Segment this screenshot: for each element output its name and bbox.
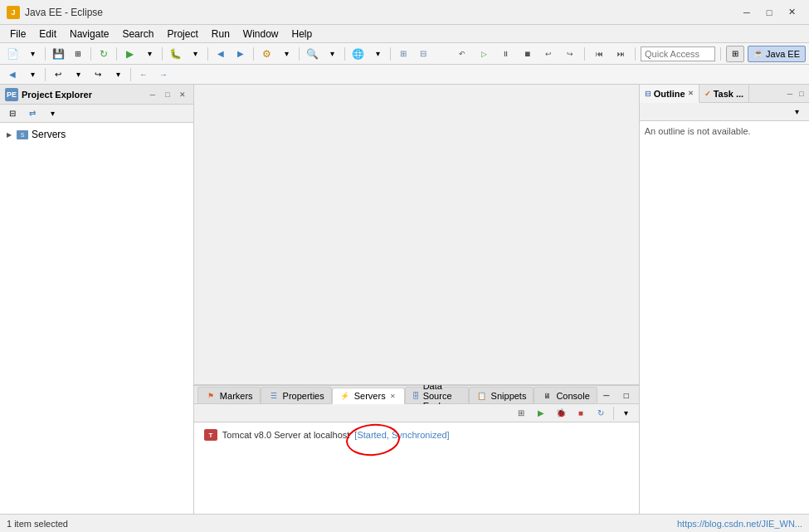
debug-ctrl-8[interactable]: ⏭ [612,46,630,62]
servers-view-menu[interactable]: ▾ [617,405,636,422]
right-panel-header: ⊟ Outline ✕ ✓ Task ... ─ □ [640,85,809,103]
project-explorer-panel: PE Project Explorer ─ □ ✕ ⊟ ⇄ ▾ ▶ S [0,85,194,514]
web-btn[interactable]: 🌐 [348,46,367,62]
tab-markers[interactable]: ⚑ Markers [197,387,261,403]
server-row-tomcat[interactable]: T Tomcat v8.0 Server at localhost [Start… [201,427,632,442]
tab-snippets[interactable]: 📋 Snippets [469,387,534,403]
project-explorer-min[interactable]: ─ [147,89,158,100]
project-explorer-toolbar: ⊟ ⇄ ▾ [0,105,193,123]
nav-fwd-btn[interactable]: → [154,66,173,83]
bottom-panel-max[interactable]: □ [617,387,636,403]
bottom-tab-bar-right: ─ □ [597,387,636,403]
servers-debug-btn[interactable]: 🐞 [552,405,570,422]
new-dropdown[interactable]: ▾ [23,46,41,62]
tab-servers-close[interactable]: ✕ [389,392,397,400]
menu-project[interactable]: Project [160,27,204,41]
tab-data-source[interactable]: 🗄 Data Source Explorer [405,387,469,403]
menu-navigate[interactable]: Navigate [63,27,115,41]
tomcat-icon: T [204,429,217,441]
debug-button[interactable]: 🐛 [166,46,184,62]
maximize-button[interactable]: □ [758,2,780,23]
web-dropdown[interactable]: ▾ [368,46,387,62]
debug-ctrl-2[interactable]: ▷ [475,46,493,62]
run-button[interactable]: ▶ [120,46,139,62]
bottom-panel: ⚑ Markers ☰ Properties ⚡ Servers ✕ 🗄 Dat… [194,385,639,514]
menu-edit[interactable]: Edit [32,27,63,41]
menu-run[interactable]: Run [205,27,236,41]
servers-new-btn[interactable]: ⊞ [512,405,530,422]
redo-btn[interactable]: ↪ [89,66,107,83]
tab-snippets-label: Snippets [491,391,527,401]
menu-window[interactable]: Window [236,27,285,41]
debug-ctrl-3[interactable]: ⏸ [496,46,514,62]
quick-access-input[interactable] [641,46,715,61]
close-button[interactable]: ✕ [781,2,802,23]
tree-arrow-servers: ▶ [5,130,13,139]
nav-back-btn[interactable]: ← [134,66,153,83]
debug-ctrl-7[interactable]: ⏮ [590,46,608,62]
servers-stop-btn[interactable]: ■ [572,405,590,422]
icon-2[interactable]: ⊟ [414,46,432,62]
bottom-tab-bar: ⚑ Markers ☰ Properties ⚡ Servers ✕ 🗄 Dat… [194,386,639,404]
menu-search[interactable]: Search [115,27,160,41]
toolbar-sep-right2 [635,47,636,61]
next-edit-button[interactable]: ▶ [231,46,250,62]
perspective-list-btn[interactable]: ⊞ [726,46,744,62]
tab-console[interactable]: 🖥 Console [534,387,597,403]
servers-start-btn[interactable]: ▶ [532,405,550,422]
project-explorer-close[interactable]: ✕ [177,89,188,100]
undo-btn[interactable]: ↩ [49,66,67,83]
tab-markers-label: Markers [220,391,253,401]
perspective-java-ee-btn[interactable]: ☕ Java EE [748,46,806,62]
new-button[interactable]: 📄 [3,46,22,62]
prev-edit-button[interactable]: ◀ [212,46,230,62]
debug-ctrl-6[interactable]: ↪ [561,46,579,62]
icon-1[interactable]: ⊞ [394,46,412,62]
tab-outline[interactable]: ⊟ Outline ✕ [640,85,699,103]
project-explorer-max[interactable]: □ [162,89,173,100]
debug-dropdown[interactable]: ▾ [186,46,204,62]
right-panel-max[interactable]: □ [796,88,807,100]
search-dropdown[interactable]: ▾ [323,46,341,62]
outline-content: An outline is not available. [640,121,809,514]
servers-publish-btn[interactable]: ↻ [592,405,610,422]
search-btn[interactable]: 🔍 [303,46,321,62]
undo-dropdown[interactable]: ▾ [69,66,87,83]
project-explorer-icon: PE [5,88,18,101]
title-bar: J Java EE - Eclipse ─ □ ✕ [0,0,809,25]
run-dropdown[interactable]: ▾ [140,46,158,62]
debug-ctrl-5[interactable]: ↩ [539,46,558,62]
server-name: Tomcat v8.0 Server at localhost [222,430,349,440]
redo-dropdown[interactable]: ▾ [109,66,127,83]
menu-help[interactable]: Help [285,27,319,41]
refresh-button[interactable]: ↻ [95,46,113,62]
right-panel-btns: ─ □ [782,85,809,103]
save-all-button[interactable]: ⊞ [69,46,87,62]
right-panel-min[interactable]: ─ [784,88,796,100]
pe-collapse-all[interactable]: ⊟ [3,105,22,122]
back-btn-2[interactable]: ▾ [23,66,41,83]
toolbar-sep-1 [45,47,46,61]
save-button[interactable]: 💾 [49,46,67,62]
external-tools-dropdown[interactable]: ▾ [277,46,295,62]
outline-view-menu[interactable]: ▾ [787,104,806,120]
pe-view-menu[interactable]: ▾ [43,105,61,122]
tab-properties[interactable]: ☰ Properties [261,387,332,403]
toolbar-sep-5 [207,47,208,61]
tab-servers-label: Servers [354,391,386,401]
external-tools-btn[interactable]: ⚙ [257,46,275,62]
main-center: ⚑ Markers ☰ Properties ⚡ Servers ✕ 🗄 Dat… [194,85,639,514]
tab-tasks[interactable]: ✓ Task ... [699,85,749,103]
pe-link-editor[interactable]: ⇄ [23,105,41,122]
menu-file[interactable]: File [3,27,32,41]
bottom-panel-min[interactable]: ─ [597,387,616,403]
servers-content: T Tomcat v8.0 Server at localhost [Start… [194,422,639,514]
debug-ctrl-4[interactable]: ⏹ [518,46,536,62]
minimize-button[interactable]: ─ [736,2,758,23]
window-controls: ─ □ ✕ [736,2,802,23]
tab-servers[interactable]: ⚡ Servers ✕ [332,388,405,404]
servers-icon: ⚡ [339,390,351,402]
tree-item-servers[interactable]: ▶ S Servers [3,126,190,143]
back-dropdown[interactable]: ◀ [3,66,22,83]
debug-ctrl-1[interactable]: ↶ [453,46,471,62]
